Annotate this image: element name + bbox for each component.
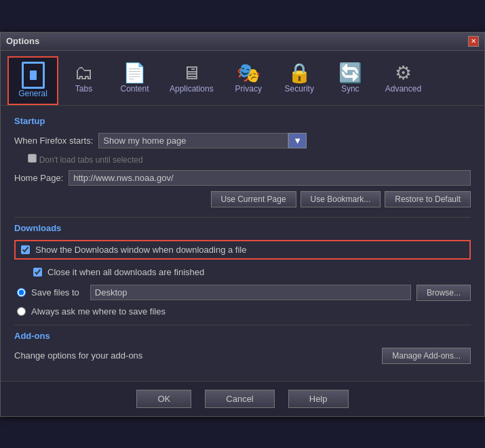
tab-general-label: General: [18, 89, 47, 98]
homepage-label: Home Page:: [14, 173, 63, 183]
save-files-row: Save files to Browse...: [14, 285, 471, 301]
divider-2: [14, 325, 471, 325]
restore-default-button[interactable]: Restore to Default: [385, 191, 471, 207]
options-window: Options ✕ General 🗂 Tabs 📄 Content 🖥 App…: [0, 32, 485, 417]
close-button[interactable]: ✕: [468, 36, 479, 47]
homepage-input[interactable]: [69, 170, 471, 186]
general-icon: [22, 62, 45, 89]
ok-button[interactable]: OK: [136, 390, 191, 408]
close-when-finished-checkbox[interactable]: [33, 268, 42, 277]
toolbar: General 🗂 Tabs 📄 Content 🖥 Applications …: [1, 51, 484, 106]
window-title: Options: [6, 36, 39, 46]
tab-content[interactable]: 📄 Content: [109, 56, 160, 105]
homepage-row: Home Page:: [14, 170, 471, 186]
startup-dropdown[interactable]: Show my home page Show a blank page Show…: [98, 133, 288, 148]
applications-icon: 🖥: [182, 62, 201, 84]
tab-privacy-label: Privacy: [235, 84, 262, 94]
tab-sync-label: Sync: [341, 84, 360, 94]
content-icon: 📄: [123, 62, 147, 84]
titlebar: Options ✕: [1, 33, 484, 51]
save-path-input[interactable]: [90, 285, 411, 300]
bottom-bar: OK Cancel Help: [1, 381, 484, 416]
tab-tabs[interactable]: 🗂 Tabs: [58, 56, 109, 105]
tab-sync[interactable]: 🔄 Sync: [325, 56, 376, 105]
show-downloads-checkbox[interactable]: [21, 245, 30, 254]
tab-security-label: Security: [285, 84, 314, 94]
dont-load-label: Don't load tabs until selected: [39, 155, 143, 165]
show-downloads-label: Show the Downloads window when downloadi…: [35, 245, 246, 255]
content-area: Startup When Firefox starts: Show my hom…: [1, 106, 484, 381]
help-button[interactable]: Help: [288, 390, 349, 408]
always-ask-row: Always ask me where to save files: [14, 306, 471, 317]
close-when-finished-label: Close it when all downloads are finished: [47, 267, 204, 277]
close-when-finished-row: Close it when all downloads are finished: [14, 264, 471, 281]
tab-advanced-label: Advanced: [385, 84, 421, 94]
dropdown-arrow[interactable]: ▼: [288, 133, 307, 148]
addons-row: Change options for your add-ons Manage A…: [14, 348, 471, 364]
tab-applications-label: Applications: [170, 84, 214, 94]
downloads-title: Downloads: [14, 223, 471, 233]
always-ask-radio[interactable]: [17, 307, 26, 316]
tabs-icon: 🗂: [75, 62, 94, 84]
use-bookmark-button[interactable]: Use Bookmark...: [300, 191, 381, 207]
use-current-page-button[interactable]: Use Current Page: [211, 191, 296, 207]
divider-1: [14, 217, 471, 218]
tab-security[interactable]: 🔒 Security: [274, 56, 325, 105]
addons-description: Change options for your add-ons: [14, 350, 142, 361]
tab-advanced[interactable]: ⚙ Advanced: [376, 56, 431, 105]
browse-button[interactable]: Browse...: [416, 285, 471, 301]
startup-row: When Firefox starts: Show my home page S…: [14, 133, 471, 148]
dont-load-checkbox[interactable]: [28, 154, 37, 163]
dont-load-row: Don't load tabs until selected: [14, 154, 471, 165]
save-files-label: Save files to: [31, 287, 79, 298]
show-downloads-row: Show the Downloads window when downloadi…: [14, 240, 471, 260]
tab-general[interactable]: General: [7, 56, 58, 105]
sync-icon: 🔄: [338, 62, 362, 84]
addons-section: Add-ons Change options for your add-ons …: [14, 331, 471, 364]
manage-addons-button[interactable]: Manage Add-ons...: [382, 348, 471, 364]
security-icon: 🔒: [288, 62, 311, 84]
save-to-radio[interactable]: [17, 288, 26, 297]
advanced-icon: ⚙: [395, 62, 412, 84]
tab-tabs-label: Tabs: [75, 84, 92, 94]
startup-section: Startup When Firefox starts: Show my hom…: [14, 116, 471, 165]
close-when-finished-inner: Close it when all downloads are finished: [33, 264, 471, 281]
addons-title: Add-ons: [14, 331, 471, 341]
homepage-buttons: Use Current Page Use Bookmark... Restore…: [14, 191, 471, 207]
startup-title: Startup: [14, 116, 471, 126]
when-firefox-starts-label: When Firefox starts:: [14, 136, 93, 146]
tab-content-label: Content: [120, 84, 149, 94]
always-ask-label: Always ask me where to save files: [31, 306, 166, 317]
tab-privacy[interactable]: 🎭 Privacy: [223, 56, 274, 105]
downloads-section: Downloads Show the Downloads window when…: [14, 223, 471, 317]
cancel-button[interactable]: Cancel: [205, 390, 274, 408]
privacy-icon: 🎭: [237, 62, 260, 84]
tab-applications[interactable]: 🖥 Applications: [160, 56, 223, 105]
